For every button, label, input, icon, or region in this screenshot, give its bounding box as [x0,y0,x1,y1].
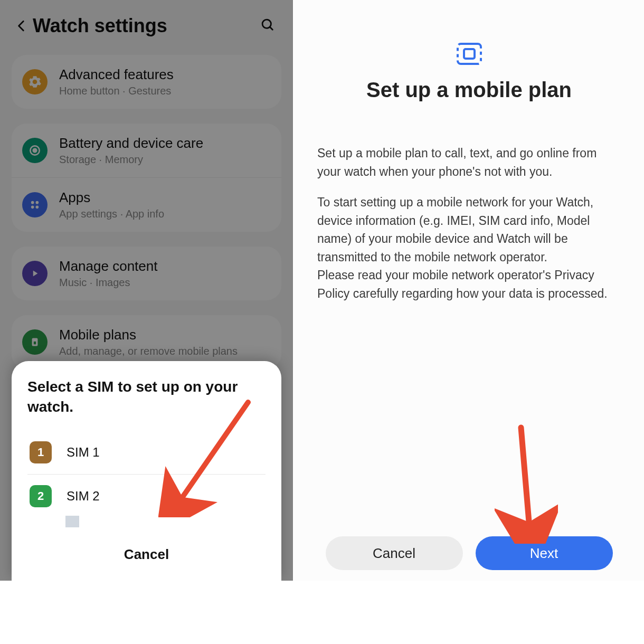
next-button[interactable]: Next [476,536,613,570]
settings-group: Battery and device care Storage · Memory… [12,124,281,232]
sim-option-1[interactable]: 1 SIM 1 [27,431,266,474]
svg-point-7 [36,206,39,209]
row-text: Advanced features Home button · Gestures [59,67,174,97]
sim-option-2[interactable]: 2 SIM 2 [27,474,266,518]
body-text: Set up a mobile plan to call, text, and … [317,144,621,302]
svg-point-3 [33,149,37,153]
button-row: Cancel Next [315,536,623,570]
row-text: Mobile plans Add, manage, or remove mobi… [59,327,238,357]
play-icon [22,261,48,286]
watch-settings-screen: Watch settings Advanced features Home bu… [0,0,293,581]
back-icon[interactable] [15,19,33,33]
settings-header: Watch settings [0,0,293,55]
svg-point-6 [31,206,34,209]
sim-label: SIM 1 [67,445,100,460]
select-sim-modal: Select a SIM to set up on your watch. 1 … [12,361,281,581]
svg-rect-13 [464,49,475,59]
setup-mobile-plan-screen: Set up a mobile plan Set up a mobile pla… [293,0,644,581]
row-text: Apps App settings · App info [59,190,164,220]
row-text: Battery and device care Storage · Memory [59,135,203,166]
gear-icon [22,69,48,94]
sim-chip-icon: 1 [30,441,52,463]
paragraph-2: To start setting up a mobile network for… [317,193,621,302]
modal-title: Select a SIM to set up on your watch. [27,377,266,417]
sim-icon [22,329,48,355]
row-text: Manage content Music · Images [59,258,157,289]
esim-icon [317,42,621,65]
settings-item-manage-content[interactable]: Manage content Music · Images [12,247,281,300]
settings-item-apps[interactable]: Apps App settings · App info [12,177,281,232]
sim-chip-icon: 2 [30,485,52,507]
sim-label: SIM 2 [67,489,100,504]
cancel-button[interactable]: Cancel [326,536,463,570]
svg-line-14 [521,428,529,528]
svg-line-1 [270,27,272,30]
page-title: Watch settings [33,15,260,37]
svg-marker-8 [33,271,38,277]
grid-icon [22,192,48,217]
target-icon [22,138,48,163]
annotation-arrow-icon [495,422,558,544]
svg-rect-12 [458,44,481,64]
sim-detail-placeholder [65,516,79,527]
svg-rect-10 [34,342,36,344]
svg-point-4 [31,201,34,204]
settings-group: Manage content Music · Images [12,247,281,300]
settings-item-battery[interactable]: Battery and device care Storage · Memory [12,124,281,177]
search-icon[interactable] [260,17,278,34]
paragraph-1: Set up a mobile plan to call, text, and … [317,144,621,181]
modal-cancel-button[interactable]: Cancel [27,535,266,575]
page-title: Set up a mobile plan [317,78,621,102]
settings-group: Advanced features Home button · Gestures [12,55,281,109]
settings-item-advanced-features[interactable]: Advanced features Home button · Gestures [12,55,281,109]
svg-point-5 [36,201,39,204]
